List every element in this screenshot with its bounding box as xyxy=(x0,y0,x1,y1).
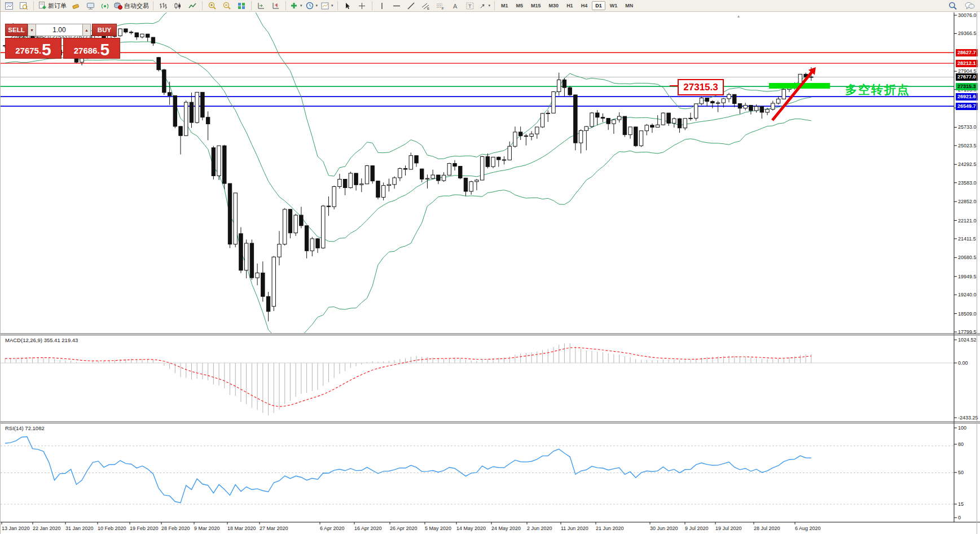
window-right-edge xyxy=(977,0,977,534)
text-icon[interactable]: A xyxy=(449,1,462,11)
toolbar-separator xyxy=(285,1,286,10)
date-axis-label: 9 Mar 2020 xyxy=(194,526,220,531)
toolbar-separator xyxy=(494,1,495,10)
macd-axis-tick: -2433.25 xyxy=(958,415,978,421)
rsi-axis-tick: 100 xyxy=(958,425,966,431)
cursor-icon[interactable] xyxy=(341,1,354,11)
trade-panel-row: SELL ▼ 1.00 ▲ BUY xyxy=(5,24,120,36)
price-axis-badge: 28627.7 xyxy=(956,49,978,56)
trading-platform-window: 新订单 自动交易 xyxy=(0,0,980,534)
date-axis-label: 14 May 2020 xyxy=(456,526,486,531)
toolbar: 新订单 自动交易 xyxy=(1,0,980,12)
vertical-line-icon[interactable] xyxy=(375,1,389,11)
new-order-button[interactable]: 新订单 xyxy=(37,1,68,11)
buy-price-fraction: 5 xyxy=(100,42,110,57)
timeframe-button-h1[interactable]: H1 xyxy=(563,1,577,10)
horizontal-line-icon[interactable] xyxy=(390,1,403,11)
autotrading-button[interactable]: 自动交易 xyxy=(113,1,150,11)
toolbar-right-group xyxy=(946,1,979,11)
timeframe-button-mn[interactable]: MN xyxy=(622,1,636,10)
date-axis-label: 16 Apr 2020 xyxy=(354,526,382,531)
price-chart[interactable] xyxy=(1,0,980,534)
rsi-axis-tick: 80 xyxy=(958,441,964,447)
date-axis-label: 18 Mar 2020 xyxy=(227,526,256,531)
price-axis-tick: 25023.5 xyxy=(958,143,977,148)
timeframe-button-h4[interactable]: H4 xyxy=(578,1,591,10)
price-axis-tick: 23583.0 xyxy=(958,180,977,186)
chevron-down-icon: ▾ xyxy=(489,3,491,8)
equidistant-channel-icon[interactable]: E xyxy=(419,1,433,11)
date-axis-label: 10 Feb 2020 xyxy=(98,526,126,531)
price-axis-tick: 17799.5 xyxy=(958,329,977,335)
tile-windows-icon[interactable] xyxy=(235,1,248,11)
text-label-icon[interactable]: T xyxy=(463,1,477,11)
svg-text:F: F xyxy=(442,7,444,10)
crosshair-icon[interactable] xyxy=(355,1,369,11)
candlestick-chart-icon[interactable] xyxy=(171,1,184,11)
indicators-add-button[interactable]: ▾ xyxy=(289,1,304,11)
timeframe-button-m30[interactable]: M30 xyxy=(546,1,562,10)
timeframe-button-m5[interactable]: M5 xyxy=(513,1,527,10)
price-axis-tick: 29366.5 xyxy=(958,30,977,36)
new-chart-icon[interactable] xyxy=(2,1,16,11)
date-axis-label: 13 Jan 2020 xyxy=(2,526,30,531)
timeframe-button-w1[interactable]: W1 xyxy=(607,1,621,10)
price-note-annotation[interactable]: 27315.3 xyxy=(678,79,724,95)
profiles-icon[interactable] xyxy=(17,1,30,11)
timeframe-group: M1M5M15M30H1H4D1W1MN xyxy=(498,1,636,10)
zoom-out-icon[interactable] xyxy=(220,1,234,11)
macd-axis-tick: 1024.52 xyxy=(958,337,977,343)
arrows-tool-button[interactable]: ▾ xyxy=(478,1,492,11)
volume-increase-button[interactable]: ▲ xyxy=(82,24,91,36)
templates-button[interactable]: ▾ xyxy=(320,1,335,11)
date-axis-label: 11 Jun 2020 xyxy=(561,526,588,531)
rsi-axis-tick: 15 xyxy=(958,501,964,507)
date-axis-label: 24 May 2020 xyxy=(491,526,521,531)
auto-scroll-icon[interactable] xyxy=(254,1,268,11)
timeframe-button-m15[interactable]: M15 xyxy=(528,1,544,10)
buy-price[interactable]: 27686. 5 xyxy=(63,38,120,59)
chevron-down-icon: ▾ xyxy=(331,3,333,8)
line-chart-icon[interactable] xyxy=(186,1,199,11)
date-axis-label: 27 Mar 2020 xyxy=(260,526,288,531)
bar-chart-icon[interactable] xyxy=(156,1,170,11)
new-order-label: 新订单 xyxy=(48,2,67,10)
toolbar-separator xyxy=(372,1,372,10)
chat-icon[interactable] xyxy=(963,1,977,11)
date-axis-label: 19 Jul 2020 xyxy=(715,526,742,531)
signals-icon[interactable] xyxy=(98,1,112,11)
price-axis-badge: 27315.3 xyxy=(956,83,978,90)
price-axis-tick: 20680.5 xyxy=(958,255,977,260)
date-axis-label: 2 Jun 2020 xyxy=(527,526,552,531)
one-click-trade-panel: SELL ▼ 1.00 ▲ BUY 27675. 5 27686. 5 xyxy=(5,24,120,59)
trend-arrow-annotation[interactable] xyxy=(772,71,813,120)
svg-text:E: E xyxy=(427,7,429,10)
rsi-axis-tick: 50 xyxy=(958,470,964,475)
eraser-icon[interactable] xyxy=(69,1,82,11)
timeframe-button-m1[interactable]: M1 xyxy=(498,1,512,10)
price-axis-badge: 26921.6 xyxy=(956,93,978,100)
trendline-icon[interactable] xyxy=(405,1,418,11)
periods-button[interactable]: ▾ xyxy=(305,1,319,11)
chart-shift-icon[interactable] xyxy=(269,1,283,11)
sell-button[interactable]: SELL xyxy=(5,24,28,36)
date-axis-label: 26 Apr 2020 xyxy=(390,526,418,531)
date-axis-label: 22 Jan 2020 xyxy=(33,526,61,531)
expert-advisors-icon[interactable] xyxy=(84,1,97,11)
search-icon[interactable] xyxy=(946,1,960,11)
cjk-note-annotation[interactable]: 多空转折点 xyxy=(845,82,910,98)
price-axis-badge: 27677.0 xyxy=(956,73,978,81)
timeframe-button-d1[interactable]: D1 xyxy=(592,1,605,10)
volume-decrease-button[interactable]: ▼ xyxy=(28,24,36,36)
fibonacci-icon[interactable]: F xyxy=(434,1,447,11)
price-axis-badge: 28212.1 xyxy=(956,60,978,67)
buy-button[interactable]: BUY xyxy=(92,24,117,36)
date-axis-label: 9 Jul 2020 xyxy=(685,526,709,531)
volume-input[interactable]: 1.00 xyxy=(36,24,82,36)
sell-price-fraction: 5 xyxy=(42,42,51,57)
svg-text:T: T xyxy=(468,3,472,9)
rsi-header: RSI(14) 72.1082 xyxy=(5,425,45,431)
sell-price[interactable]: 27675. 5 xyxy=(5,38,61,59)
toolbar-separator xyxy=(202,1,203,10)
zoom-in-icon[interactable] xyxy=(205,1,219,11)
